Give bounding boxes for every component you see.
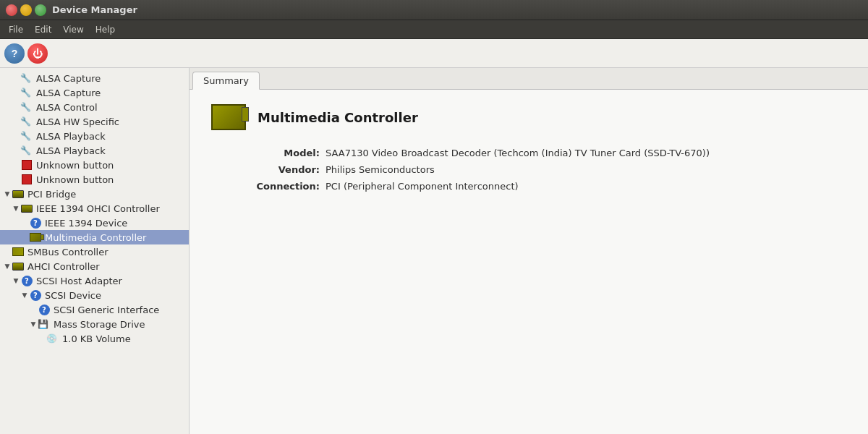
tab-summary[interactable]: Summary	[192, 72, 260, 90]
sidebar-item-label: SCSI Generic Interface	[54, 305, 186, 315]
sidebar-item-label: ALSA Capture	[36, 88, 186, 98]
pci-icon	[20, 203, 33, 214]
sidebar-item-label: ALSA Playback	[36, 131, 186, 142]
maximize-button[interactable]	[35, 4, 46, 16]
pci-icon	[12, 188, 25, 200]
sidebar-item-alsa-playback-1[interactable]: 🔧ALSA Playback	[0, 129, 189, 143]
wrench-icon: 🔧	[20, 72, 33, 84]
sidebar-item-scsi-generic[interactable]: ?SCSI Generic Interface	[0, 302, 189, 317]
tree-arrow-icon	[20, 233, 29, 242]
sidebar-item-alsa-control[interactable]: 🔧ALSA Control	[0, 100, 189, 114]
sidebar-item-alsa-capture-2[interactable]: 🔧ALSA Capture	[0, 85, 189, 100]
multimedia-icon	[29, 231, 42, 243]
menu-edit[interactable]: Edit	[29, 23, 57, 36]
question-icon: ?	[29, 217, 42, 229]
detail-panel: Summary Multimedia Controller Model: SAA…	[190, 68, 868, 434]
title-bar: Device Manager	[0, 0, 868, 20]
sidebar-item-volume-1kb[interactable]: 💿1.0 KB Volume	[0, 331, 189, 346]
label-connection: Connection:	[240, 181, 320, 192]
detail-row-connection: Connection: PCI (Peripheral Component In…	[240, 181, 846, 192]
tree-arrow-icon	[29, 305, 38, 314]
sidebar-item-smbus-controller[interactable]: SMBus Controller	[0, 244, 189, 259]
tree-arrow-icon: ▼	[3, 190, 12, 198]
tree-arrow-icon	[12, 103, 20, 111]
sidebar-item-label: Unknown button	[36, 174, 186, 185]
sidebar-item-multimedia-controller[interactable]: Multimedia Controller	[0, 230, 189, 244]
sidebar-item-label: ALSA Playback	[36, 145, 186, 156]
sidebar-item-label: SCSI Host Adapter	[36, 276, 186, 286]
volume-icon: 💿	[46, 333, 59, 344]
value-vendor: Philips Semiconductors	[326, 164, 435, 175]
minimize-button[interactable]	[20, 4, 32, 16]
tree-arrow-icon	[12, 175, 20, 184]
tree-arrow-icon	[12, 117, 20, 126]
detail-table: Model: SAA7130 Video Broadcast Decoder (…	[240, 148, 846, 192]
red-square-icon	[20, 159, 33, 171]
sidebar-item-label: PCI Bridge	[27, 189, 186, 200]
menu-bar: File Edit View Help	[0, 20, 868, 39]
sidebar-item-label: IEEE 1394 OHCI Controller	[36, 203, 186, 214]
question-icon: ?	[20, 275, 33, 286]
sidebar-item-unknown-button-2[interactable]: Unknown button	[0, 172, 189, 187]
sidebar-item-label: Unknown button	[36, 160, 186, 171]
tree-arrow-icon	[12, 132, 20, 140]
tree-arrow-icon: ▼	[12, 204, 20, 213]
sidebar-item-label: Mass Storage Drive	[54, 319, 186, 330]
sidebar-item-label: ALSA HW Specific	[36, 116, 186, 127]
sidebar-item-alsa-capture-1[interactable]: 🔧ALSA Capture	[0, 71, 189, 85]
device-header: Multimedia Controller	[211, 104, 846, 130]
close-button[interactable]	[6, 4, 17, 16]
question-icon: ?	[29, 289, 42, 301]
sidebar-item-label: IEEE 1394 Device	[45, 218, 186, 229]
tree-arrow-icon	[20, 218, 29, 227]
tree-arrow-icon: ▼	[3, 262, 12, 271]
tree-arrow-icon	[12, 88, 20, 97]
tree-arrow-icon: ▼	[12, 276, 20, 285]
summary-content: Multimedia Controller Model: SAA7130 Vid…	[190, 90, 868, 212]
help-icon: ?	[12, 48, 18, 59]
sidebar-item-label: ALSA Capture	[36, 73, 186, 84]
help-button[interactable]: ?	[4, 43, 25, 64]
tab-bar: Summary	[190, 68, 868, 90]
sidebar-item-mass-storage-drive[interactable]: ▼💾Mass Storage Drive	[0, 317, 189, 331]
sidebar-item-alsa-playback-2[interactable]: 🔧ALSA Playback	[0, 143, 189, 158]
tree-arrow-icon	[12, 74, 20, 82]
sidebar-item-unknown-button-1[interactable]: Unknown button	[0, 158, 189, 172]
question-icon: ?	[38, 304, 51, 315]
sidebar-item-scsi-device[interactable]: ▼?SCSI Device	[0, 288, 189, 302]
wrench-icon: 🔧	[20, 87, 33, 98]
tree-arrow-icon	[38, 334, 46, 343]
smbus-icon	[12, 246, 25, 258]
menu-view[interactable]: View	[57, 23, 89, 36]
sidebar-item-ahci-controller[interactable]: ▼AHCI Controller	[0, 259, 189, 273]
sidebar-item-label: ALSA Control	[36, 102, 186, 113]
tree-arrow-icon: ▼	[29, 320, 38, 328]
wrench-icon: 🔧	[20, 145, 33, 156]
sidebar-item-pci-bridge[interactable]: ▼PCI Bridge	[0, 187, 189, 201]
wrench-icon: 🔧	[20, 130, 33, 142]
tree-arrow-icon: ▼	[20, 291, 29, 299]
sidebar-item-ieee1394-device[interactable]: ?IEEE 1394 Device	[0, 216, 189, 230]
detail-row-vendor: Vendor: Philips Semiconductors	[240, 164, 846, 175]
label-vendor: Vendor:	[240, 164, 320, 175]
sidebar-item-scsi-host-adapter[interactable]: ▼?SCSI Host Adapter	[0, 273, 189, 288]
sidebar: 🔧ALSA Capture🔧ALSA Capture🔧ALSA Control🔧…	[0, 68, 190, 434]
value-model: SAA7130 Video Broadcast Decoder (Techcom…	[326, 148, 710, 158]
sidebar-item-label: AHCI Controller	[27, 261, 186, 272]
sidebar-item-alsa-hw-specific[interactable]: 🔧ALSA HW Specific	[0, 114, 189, 129]
pci-icon	[12, 260, 25, 272]
detail-row-model: Model: SAA7130 Video Broadcast Decoder (…	[240, 148, 846, 158]
sidebar-item-ieee1394-ohci[interactable]: ▼IEEE 1394 OHCI Controller	[0, 201, 189, 216]
main-content: 🔧ALSA Capture🔧ALSA Capture🔧ALSA Control🔧…	[0, 68, 868, 434]
wrench-icon: 🔧	[20, 116, 33, 127]
sidebar-item-label: 1.0 KB Volume	[62, 333, 186, 344]
device-title: Multimedia Controller	[258, 110, 418, 125]
sidebar-item-label: SCSI Device	[45, 290, 186, 301]
power-button[interactable]: ⏻	[27, 43, 48, 64]
menu-file[interactable]: File	[3, 23, 29, 36]
menu-help[interactable]: Help	[90, 23, 121, 36]
power-icon: ⏻	[33, 48, 43, 59]
device-icon	[211, 104, 246, 130]
sidebar-item-label: SMBus Controller	[27, 247, 186, 258]
wrench-icon: 🔧	[20, 101, 33, 113]
